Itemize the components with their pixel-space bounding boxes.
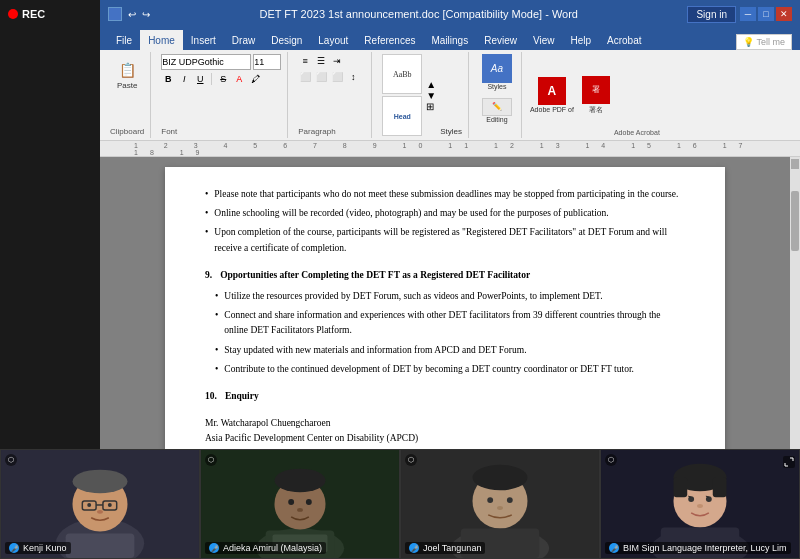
video-thumb-1: 🎤 Kenji Kuno ⬡ — [0, 449, 200, 559]
underline-button[interactable]: U — [193, 72, 207, 86]
scroll-up-arrow[interactable] — [791, 159, 799, 169]
bullet-dot: • — [215, 289, 218, 304]
rec-label: REC — [22, 8, 45, 20]
style-heading1[interactable]: Head — [382, 96, 422, 136]
tab-insert[interactable]: Insert — [183, 30, 224, 50]
font-size-input[interactable] — [253, 54, 281, 70]
rec-dot — [8, 9, 18, 19]
tell-me-box[interactable]: 💡 Tell me — [736, 34, 792, 50]
bullet-dot: • — [215, 308, 218, 338]
style-normal[interactable]: AaBb — [382, 54, 422, 94]
format-row: B I U S A 🖍 — [161, 72, 262, 86]
spacer — [205, 260, 685, 268]
bullet-dot: • — [205, 206, 208, 221]
tab-help[interactable]: Help — [562, 30, 599, 50]
video-option-1[interactable]: ⬡ — [5, 454, 17, 466]
editing-group: Aa Styles ✏️ Editing — [473, 52, 522, 138]
tab-design[interactable]: Design — [263, 30, 310, 50]
list-row: ≡ ☰ ⇥ — [298, 54, 344, 68]
bullet-2: • Online schooling will be recorded (vid… — [205, 206, 685, 221]
tab-acrobat[interactable]: Acrobat — [599, 30, 649, 50]
signin-button[interactable]: Sign in — [687, 6, 736, 23]
styles-expand[interactable]: ⊞ — [426, 101, 436, 112]
rec-indicator: REC — [8, 8, 45, 20]
tab-references[interactable]: References — [356, 30, 423, 50]
svg-point-8 — [108, 503, 112, 507]
align-row: ⬜ ⬜ ⬜ ↕ — [298, 70, 360, 84]
section9-num: 9. — [205, 268, 212, 283]
video-label-4: 🎤 BIM Sign Language Interpreter, Lucy Li… — [605, 542, 791, 554]
highlight-button[interactable]: 🖍 — [248, 72, 262, 86]
mic-icon-4: 🎤 — [609, 543, 619, 553]
minimize-button[interactable]: ─ — [740, 7, 756, 21]
window-title: DET FT 2023 1st announcement.doc [Compat… — [150, 8, 687, 20]
redo-icon[interactable]: ↪ — [142, 9, 150, 20]
align-center-button[interactable]: ⬜ — [314, 70, 328, 84]
styles-icon: Aa — [482, 54, 512, 83]
numbered-list-button[interactable]: ☰ — [314, 54, 328, 68]
paste-button[interactable]: 📋 Paste — [112, 54, 142, 94]
enquiry-name: Mr. Watcharapol Chuengcharoen — [205, 416, 685, 431]
ruler: 1 2 3 4 5 6 7 8 9 10 11 12 13 14 15 16 1… — [100, 141, 800, 157]
sign-button[interactable]: 署 署名 — [582, 76, 610, 115]
video-label-3: 🎤 Joel Tangunan — [405, 542, 485, 554]
bold-button[interactable]: B — [161, 72, 175, 86]
video-option-4[interactable]: ⬡ — [605, 454, 617, 466]
svg-point-25 — [507, 497, 513, 503]
undo-icon[interactable]: ↩ — [128, 9, 136, 20]
bullet-dot: • — [215, 362, 218, 377]
font-color-button[interactable]: A — [232, 72, 246, 86]
video-name-4: BIM Sign Language Interpreter, Lucy Lim — [623, 543, 787, 553]
font-row — [161, 54, 281, 70]
paragraph-group: ≡ ☰ ⇥ ⬜ ⬜ ⬜ ↕ Paragraph — [292, 52, 372, 138]
mic-icon-1: 🎤 — [9, 543, 19, 553]
maximize-button[interactable]: □ — [758, 7, 774, 21]
italic-button[interactable]: I — [177, 72, 191, 86]
tab-mailings[interactable]: Mailings — [423, 30, 476, 50]
tab-view[interactable]: View — [525, 30, 563, 50]
styles-big-icon[interactable]: Aa Styles — [479, 54, 515, 90]
video-option-2[interactable]: ⬡ — [205, 454, 217, 466]
section9-header: 9. Opportunities after Completing the DE… — [205, 268, 685, 283]
enquiry-name-text: Mr. Watcharapol Chuengcharoen — [205, 418, 330, 428]
video-label-1: 🎤 Kenji Kuno — [5, 542, 71, 554]
font-name-input[interactable] — [161, 54, 251, 70]
editing-icon-btn[interactable]: ✏️ Editing — [479, 92, 515, 128]
align-left-button[interactable]: ⬜ — [298, 70, 312, 84]
styles-list: AaBb Head — [382, 54, 422, 136]
tab-home[interactable]: Home — [140, 30, 183, 50]
svg-point-14 — [274, 469, 325, 493]
editing-visual: ✏️ — [482, 98, 512, 116]
tab-draw[interactable]: Draw — [224, 30, 263, 50]
section10-header: 10. Enquiry — [205, 389, 685, 404]
word-icon — [108, 7, 122, 21]
sign-icon: 署 — [582, 76, 610, 104]
tab-file[interactable]: File — [108, 30, 140, 50]
strikethrough-button[interactable]: S — [216, 72, 230, 86]
line-spacing-button[interactable]: ↕ — [346, 70, 360, 84]
styles-scroll-up[interactable]: ▲ — [426, 79, 436, 90]
scrollbar-thumb[interactable] — [791, 191, 799, 251]
adobe-pdf-button[interactable]: A Adobe PDF of — [530, 77, 574, 113]
tab-layout[interactable]: Layout — [310, 30, 356, 50]
svg-point-9 — [97, 510, 103, 514]
svg-point-24 — [487, 497, 493, 503]
enquiry-org: Asia Pacific Development Center on Disab… — [205, 431, 685, 446]
mic-icon-3: 🎤 — [409, 543, 419, 553]
close-button[interactable]: ✕ — [776, 7, 792, 21]
svg-point-15 — [288, 499, 294, 505]
paragraph-label: Paragraph — [298, 127, 335, 136]
svg-rect-32 — [673, 477, 687, 497]
indent-button[interactable]: ⇥ — [330, 54, 344, 68]
clipboard-group: 📋 Paste Clipboard — [104, 52, 151, 138]
video-label-2: 🎤 Adieka Amirul (Malaysia) — [205, 542, 326, 554]
align-right-button[interactable]: ⬜ — [330, 70, 344, 84]
acrobat-label: Adobe Acrobat — [614, 129, 660, 136]
tab-review[interactable]: Review — [476, 30, 525, 50]
video-option-3[interactable]: ⬡ — [405, 454, 417, 466]
styles-btn-label: Styles — [487, 83, 506, 90]
expand-btn-4[interactable] — [783, 454, 795, 472]
bullet-list-button[interactable]: ≡ — [298, 54, 312, 68]
styles-scroll-down[interactable]: ▼ — [426, 90, 436, 101]
styles-group: AaBb Head ▲ ▼ ⊞ Styles — [376, 52, 469, 138]
